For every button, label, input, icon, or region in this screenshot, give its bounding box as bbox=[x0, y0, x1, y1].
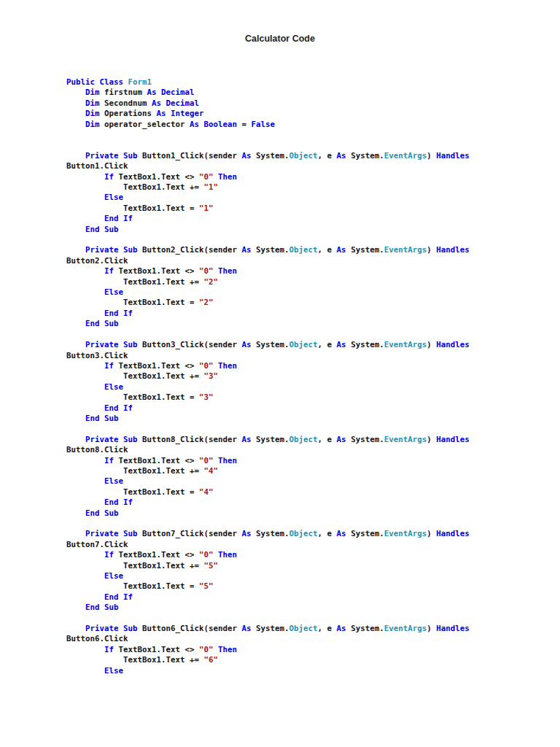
code-line: TextBox1.Text += "3" bbox=[66, 371, 470, 382]
code-token-p bbox=[66, 214, 104, 223]
code-token-s: "0" bbox=[199, 456, 214, 465]
code-token-s: "5" bbox=[204, 561, 219, 570]
code-token-p: Button7_Click(sender bbox=[138, 529, 242, 538]
code-token-p bbox=[66, 550, 104, 560]
code-line: End Sub bbox=[66, 319, 470, 329]
code-token-s: "4" bbox=[199, 487, 214, 497]
code-line: Dim Operations As Integer bbox=[66, 109, 470, 119]
code-line: If TextBox1.Text <> "0" Then bbox=[66, 550, 470, 560]
code-token-p: TextBox1.Text <> bbox=[114, 172, 199, 182]
code-token-p: TextBox1.Text <> bbox=[114, 550, 199, 560]
code-line bbox=[66, 424, 470, 434]
code-token-p bbox=[66, 319, 85, 328]
code-line: End If bbox=[66, 592, 470, 603]
code-token-p bbox=[66, 498, 104, 507]
code-token-p: System. bbox=[346, 340, 384, 349]
code-token-p: TextBox1.Text <> bbox=[114, 456, 199, 465]
code-line: Private Sub Button8_Click(sender As Syst… bbox=[66, 435, 470, 445]
code-token-p: , e bbox=[318, 435, 337, 444]
code-token-p bbox=[66, 529, 85, 538]
code-token-p bbox=[66, 624, 85, 633]
code-token-p: firstnum bbox=[100, 88, 147, 97]
code-token-k: As bbox=[337, 624, 346, 633]
code-token-p bbox=[66, 361, 104, 371]
code-token-k: End If bbox=[104, 592, 133, 602]
code-token-k: If bbox=[104, 645, 114, 654]
code-token-k: If bbox=[104, 361, 114, 371]
code-line bbox=[66, 330, 470, 340]
code-token-s: "0" bbox=[199, 645, 214, 654]
code-line: Public Class Form1 bbox=[66, 77, 470, 88]
code-token-t: Form1 bbox=[128, 77, 152, 87]
code-line: TextBox1.Text += "1" bbox=[66, 182, 470, 193]
code-line: End If bbox=[66, 214, 470, 224]
code-token-k: Private Sub bbox=[85, 151, 138, 160]
code-token-s: "0" bbox=[199, 550, 214, 560]
code-token-t: EventArgs bbox=[384, 245, 427, 255]
code-token-k: Dim bbox=[85, 109, 100, 118]
code-token-k: Handles bbox=[436, 340, 470, 349]
code-block: Public Class Form1 Dim firstnum As Decim… bbox=[66, 77, 470, 676]
code-line: Button1.Click bbox=[66, 161, 470, 171]
code-token-p bbox=[66, 666, 104, 676]
code-token-p: System. bbox=[252, 529, 289, 538]
code-token-p: Button6.Click bbox=[66, 634, 128, 643]
code-line: Button6.Click bbox=[66, 634, 470, 644]
code-token-p bbox=[66, 193, 104, 202]
code-line: TextBox1.Text = "2" bbox=[66, 298, 470, 308]
code-token-p: , e bbox=[318, 529, 337, 538]
code-token-k: Then bbox=[218, 645, 237, 654]
code-token-k: Else bbox=[104, 382, 123, 392]
code-line: TextBox1.Text = "5" bbox=[66, 581, 470, 592]
code-token-p bbox=[66, 151, 85, 160]
code-token-p bbox=[66, 476, 104, 486]
code-token-p bbox=[66, 225, 85, 234]
code-line bbox=[66, 130, 470, 140]
code-token-p bbox=[66, 245, 85, 255]
code-token-p: Button8_Click(sender bbox=[138, 435, 242, 444]
code-line: Private Sub Button3_Click(sender As Syst… bbox=[66, 340, 470, 350]
code-token-p: TextBox1.Text = bbox=[66, 581, 199, 591]
code-token-p: ) bbox=[427, 435, 436, 444]
code-token-p: System. bbox=[346, 529, 384, 538]
code-token-t: Object bbox=[289, 624, 318, 633]
document-page: Calculator Code Public Class Form1 Dim f… bbox=[0, 0, 560, 747]
code-line: Private Sub Button2_Click(sender As Syst… bbox=[66, 245, 470, 255]
code-line: End If bbox=[66, 403, 470, 414]
code-line: Else bbox=[66, 476, 470, 487]
code-token-k: Then bbox=[218, 550, 237, 560]
code-token-p: System. bbox=[252, 151, 289, 160]
code-token-p: TextBox1.Text += bbox=[66, 182, 204, 192]
code-line: TextBox1.Text += "2" bbox=[66, 277, 470, 287]
code-token-p: System. bbox=[346, 624, 384, 633]
code-token-k: End If bbox=[104, 309, 133, 318]
code-token-k: Else bbox=[104, 571, 123, 581]
code-token-s: "2" bbox=[204, 277, 219, 287]
code-token-p: TextBox1.Text <> bbox=[114, 361, 199, 371]
code-line: TextBox1.Text += "5" bbox=[66, 561, 470, 571]
code-token-k: Private Sub bbox=[85, 529, 138, 538]
code-token-k: Private Sub bbox=[85, 624, 138, 633]
code-token-p: System. bbox=[252, 624, 289, 633]
code-token-p: Button3.Click bbox=[66, 351, 128, 360]
code-token-k: False bbox=[252, 120, 276, 129]
code-token-k: End Sub bbox=[85, 225, 119, 234]
code-line bbox=[66, 140, 470, 150]
code-token-k: End If bbox=[104, 498, 133, 507]
code-token-p: TextBox1.Text = bbox=[66, 204, 199, 213]
code-token-p: System. bbox=[252, 340, 289, 349]
code-token-p bbox=[66, 645, 104, 654]
code-token-k: End If bbox=[104, 403, 133, 413]
code-token-k: As bbox=[337, 435, 346, 444]
code-token-p: , e bbox=[318, 151, 337, 160]
code-token-p: ) bbox=[427, 245, 436, 255]
code-token-s: "0" bbox=[199, 172, 214, 182]
code-token-t: Object bbox=[289, 245, 318, 255]
code-line: Dim operator_selector As Boolean = False bbox=[66, 120, 470, 130]
code-token-k: End Sub bbox=[85, 319, 119, 328]
code-line: Private Sub Button1_Click(sender As Syst… bbox=[66, 151, 470, 161]
code-token-p: Secondnum bbox=[100, 98, 152, 108]
code-token-k: If bbox=[104, 550, 114, 560]
code-token-t: Object bbox=[289, 151, 318, 160]
code-token-k: End Sub bbox=[85, 414, 119, 423]
